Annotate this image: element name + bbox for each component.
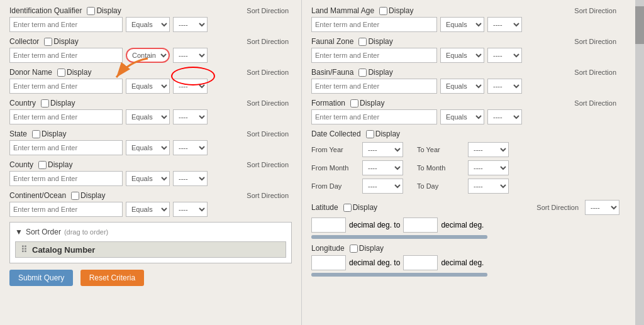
formation-input[interactable] [311, 109, 437, 124]
state-input[interactable] [9, 140, 123, 155]
to-day-select[interactable]: ----010203 [468, 179, 509, 194]
collector-sort[interactable]: ----ASCDESC [173, 48, 208, 63]
button-row: Submit Query Reset Criteria [9, 270, 292, 286]
submit-query-button[interactable]: Submit Query [9, 270, 73, 286]
country-operator[interactable]: EqualsContains [126, 109, 170, 124]
latitude-slider-row [311, 235, 619, 239]
main-container: Identification Qualifier Display Sort Di… [0, 0, 644, 325]
collector-label: Collector [9, 37, 39, 46]
donor-operator[interactable]: EqualsContains [126, 79, 170, 94]
scrollbar[interactable] [635, 0, 644, 325]
formation-label: Formation [311, 99, 345, 107]
longitude-from-input[interactable] [311, 255, 346, 270]
id-qualifier-input[interactable] [9, 17, 123, 32]
land-mammal-operator[interactable]: EqualsContains [440, 17, 484, 32]
donor-sort-label: Sort Direction [247, 69, 289, 76]
date-collected-label: Date Collected [311, 129, 361, 138]
county-display-check[interactable] [38, 161, 47, 169]
land-mammal-input[interactable] [311, 17, 437, 32]
sort-order-collapse-icon[interactable]: ▼ [15, 228, 23, 236]
basin-fauna-sort[interactable]: ----ASCDESC [487, 79, 522, 94]
county-sort[interactable]: ----ASCDESC [173, 171, 208, 186]
field-state: State Display Sort Direction EqualsConta… [9, 129, 292, 155]
formation-display-label: Display [360, 99, 384, 107]
faunal-zone-sort[interactable]: ----ASCDESC [487, 48, 522, 63]
faunal-zone-operator[interactable]: EqualsContains [440, 48, 484, 63]
land-mammal-display-check[interactable] [379, 7, 387, 15]
longitude-to-input[interactable] [403, 255, 438, 270]
continent-label: Continent/Ocean [9, 191, 66, 200]
country-display-check[interactable] [41, 99, 49, 107]
county-input[interactable] [9, 171, 123, 186]
from-day-select[interactable]: ----010203 [362, 179, 403, 194]
collector-display-label: Display [53, 37, 78, 46]
donor-input[interactable] [9, 79, 123, 94]
to-month-label: To Month [417, 164, 464, 172]
donor-sort[interactable]: ----ASCDESC [173, 79, 208, 94]
state-sort-label: Sort Direction [247, 130, 289, 138]
county-operator[interactable]: EqualsContains [126, 171, 170, 186]
sort-order-drag-hint: (drag to order) [64, 228, 108, 236]
from-year-select[interactable]: ----202020212022 [362, 142, 403, 157]
longitude-slider-fill [311, 273, 487, 277]
to-year-select[interactable]: ----202020212022 [468, 142, 509, 157]
catalog-number-row[interactable]: ⠿ Catalog Number [15, 241, 286, 258]
land-mammal-label: Land Mammal Age [311, 6, 374, 15]
state-label: State [9, 129, 27, 138]
basin-fauna-input[interactable] [311, 79, 437, 94]
id-qualifier-display-check[interactable] [87, 7, 95, 15]
longitude-decimal-label1: decimal deg. to [349, 258, 400, 267]
basin-fauna-operator[interactable]: EqualsContains [440, 79, 484, 94]
state-display-check[interactable] [32, 130, 40, 138]
latitude-decimal-label1: decimal deg. to [349, 221, 400, 229]
reset-criteria-button[interactable]: Reset Criteria [80, 270, 144, 286]
field-land-mammal-age: Land Mammal Age Display Sort Direction E… [311, 6, 619, 32]
donor-display-check[interactable] [57, 69, 65, 77]
id-qualifier-sort-label: Sort Direction [247, 7, 289, 14]
latitude-sort-select[interactable]: ----ASCDESC [585, 200, 619, 215]
country-input[interactable] [9, 109, 123, 124]
formation-operator[interactable]: EqualsContains [440, 109, 484, 124]
longitude-slider-row [311, 273, 619, 277]
sort-order-box: ▼ Sort Order (drag to order) ⠿ Catalog N… [9, 222, 292, 263]
scrollbar-thumb[interactable] [635, 6, 644, 44]
latitude-from-input[interactable] [311, 218, 346, 233]
state-operator[interactable]: EqualsContains [126, 140, 170, 155]
basin-fauna-display-check[interactable] [358, 69, 367, 77]
continent-operator[interactable]: EqualsContains [126, 202, 170, 217]
state-sort[interactable]: ----ASCDESC [173, 140, 208, 155]
id-qualifier-operator[interactable]: EqualsContainsStarts With [126, 17, 170, 32]
collector-display-check[interactable] [44, 38, 52, 46]
continent-display-label: Display [80, 191, 105, 200]
continent-sort-label: Sort Direction [247, 192, 289, 199]
to-month-select[interactable]: ----010203040506070809101112 [468, 160, 509, 175]
continent-sort[interactable]: ----ASCDESC [173, 202, 208, 217]
formation-display-check[interactable] [350, 99, 358, 107]
field-formation: Formation Display Sort Direction EqualsC… [311, 99, 619, 124]
field-basin-fauna: Basin/Fauna Display Sort Direction Equal… [311, 68, 619, 94]
from-month-select[interactable]: ----010203040506070809101112 [362, 160, 403, 175]
collector-input[interactable] [9, 48, 123, 63]
latitude-decimal-label2: decimal deg. [441, 221, 484, 229]
faunal-zone-input[interactable] [311, 48, 437, 63]
field-county: County Display Sort Direction EqualsCont… [9, 160, 292, 186]
collector-operator[interactable]: EqualsContainsStarts With [126, 48, 170, 63]
id-qualifier-sort[interactable]: ----ASCDESC [173, 17, 208, 32]
country-sort-label: Sort Direction [247, 99, 289, 107]
formation-sort[interactable]: ----ASCDESC [487, 109, 522, 124]
longitude-display-check[interactable] [350, 245, 358, 253]
land-mammal-sort[interactable]: ----ASCDESC [487, 17, 522, 32]
donor-label: Donor Name [9, 68, 52, 77]
country-sort[interactable]: ----ASCDESC [173, 109, 208, 124]
date-collected-display-check[interactable] [366, 130, 374, 138]
faunal-zone-display-check[interactable] [358, 38, 367, 46]
continent-input[interactable] [9, 202, 123, 217]
latitude-display-check[interactable] [343, 204, 352, 212]
basin-fauna-sort-label: Sort Direction [574, 69, 616, 76]
latitude-to-input[interactable] [403, 218, 438, 233]
continent-display-check[interactable] [71, 192, 79, 200]
to-day-label: To Day [417, 182, 464, 190]
latitude-section: Latitude Display Sort Direction ----ASCD… [311, 200, 619, 239]
date-collected-section: Date Collected Display From Year ----202… [311, 129, 619, 194]
longitude-label: Longitude [311, 244, 345, 253]
